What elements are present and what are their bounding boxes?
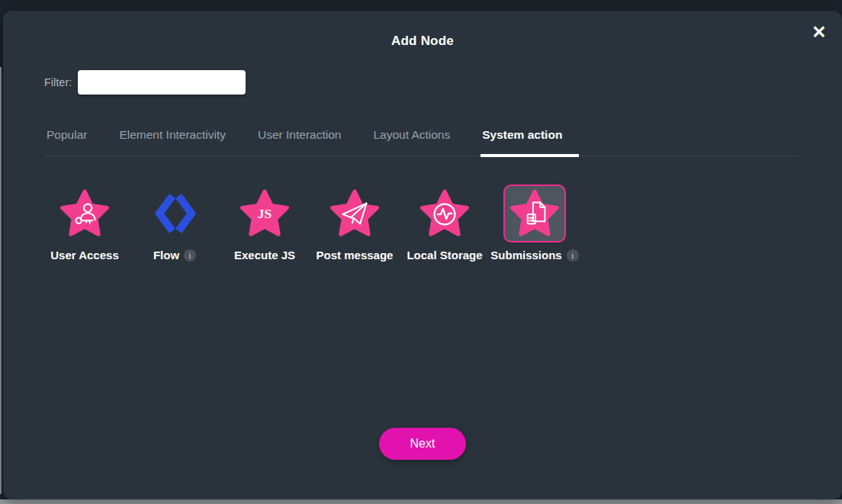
node-label: User Access bbox=[50, 249, 119, 262]
svg-text:JS: JS bbox=[258, 206, 272, 221]
tab-bar: Popular Element Interactivity User Inter… bbox=[45, 127, 799, 156]
node-submissions[interactable]: Submissions i bbox=[490, 185, 580, 262]
node-post-message-iconbox bbox=[323, 185, 386, 242]
star-pulse-icon bbox=[419, 188, 471, 239]
star-paper-plane-icon bbox=[329, 188, 381, 239]
node-label: Execute JS bbox=[234, 249, 295, 262]
close-icon[interactable]: ✕ bbox=[807, 20, 831, 44]
tab-element-interactivity[interactable]: Element Interactivity bbox=[117, 127, 227, 157]
tab-layout-actions[interactable]: Layout Actions bbox=[371, 127, 452, 157]
node-flow[interactable]: Flow i bbox=[130, 185, 220, 262]
node-label: Submissions bbox=[490, 249, 561, 262]
flow-chevrons-icon bbox=[150, 189, 199, 238]
tab-user-interaction[interactable]: User Interaction bbox=[256, 127, 342, 157]
tab-system-action[interactable]: System action bbox=[480, 127, 579, 157]
node-grid: User Access Flow i bbox=[40, 185, 580, 262]
node-submissions-iconbox bbox=[503, 185, 566, 242]
filter-label: Filter: bbox=[44, 76, 72, 88]
node-execute-js[interactable]: JS Execute JS bbox=[220, 185, 310, 262]
node-flow-iconbox bbox=[143, 185, 206, 242]
node-local-storage-iconbox bbox=[413, 185, 476, 242]
info-icon[interactable]: i bbox=[567, 249, 579, 262]
tab-popular[interactable]: Popular bbox=[45, 127, 88, 157]
node-label: Flow bbox=[153, 249, 179, 262]
star-document-icon bbox=[509, 188, 561, 239]
dialog-title: Add Node bbox=[3, 34, 842, 49]
add-node-dialog: Add Node ✕ Filter: Popular Element Inter… bbox=[3, 11, 842, 499]
node-label: Local Storage bbox=[407, 249, 482, 262]
node-user-access-iconbox bbox=[53, 185, 116, 242]
next-button[interactable]: Next bbox=[379, 428, 466, 460]
info-icon[interactable]: i bbox=[184, 249, 196, 262]
page-behind-bottom-strip bbox=[0, 499, 842, 504]
node-label: Post message bbox=[317, 249, 394, 262]
node-local-storage[interactable]: Local Storage bbox=[400, 185, 490, 262]
node-post-message[interactable]: Post message bbox=[310, 185, 400, 262]
page-behind-left-strip bbox=[0, 67, 2, 494]
node-execute-js-iconbox: JS bbox=[233, 185, 296, 242]
star-js-icon: JS bbox=[239, 188, 291, 239]
node-user-access[interactable]: User Access bbox=[40, 185, 130, 262]
star-user-key-icon bbox=[59, 188, 111, 239]
filter-row: Filter: bbox=[44, 70, 246, 95]
filter-input[interactable] bbox=[78, 70, 246, 95]
